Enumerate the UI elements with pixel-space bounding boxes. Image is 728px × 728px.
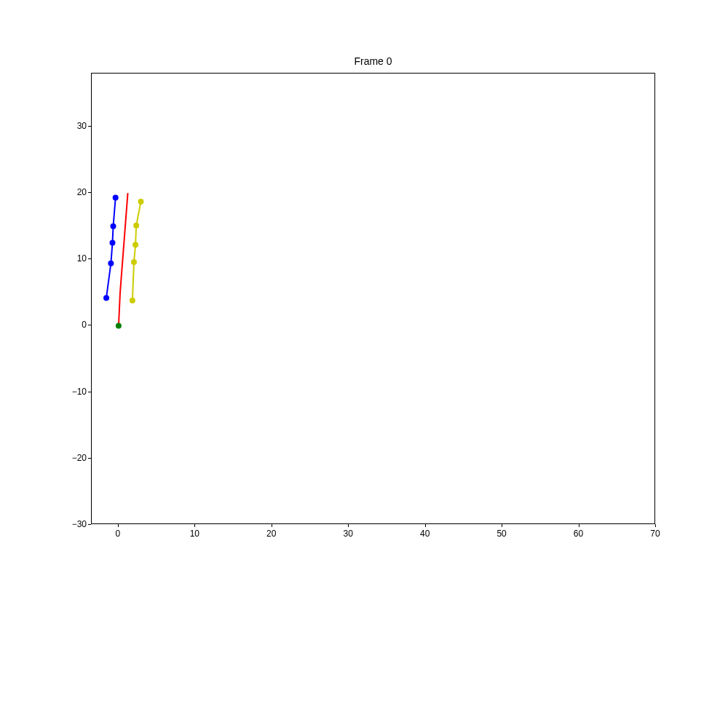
series-marker-yellow-series bbox=[130, 298, 135, 304]
chart-title: Frame 0 bbox=[91, 55, 655, 67]
x-tick bbox=[579, 524, 579, 527]
series-line-blue-series bbox=[106, 198, 116, 298]
x-tick-label: 60 bbox=[574, 529, 583, 539]
x-tick-label: 10 bbox=[190, 529, 199, 539]
x-tick-label: 0 bbox=[116, 529, 121, 539]
plot-area bbox=[91, 73, 655, 524]
series-line-red-line bbox=[119, 193, 128, 325]
series-marker-blue-series bbox=[109, 240, 115, 246]
y-tick-label: 20 bbox=[77, 187, 87, 197]
series-marker-blue-series bbox=[113, 195, 119, 201]
y-tick bbox=[88, 258, 91, 259]
series-marker-green-point bbox=[116, 323, 122, 328]
y-tick bbox=[88, 192, 91, 193]
x-tick bbox=[425, 524, 426, 527]
y-tick-label: 0 bbox=[82, 320, 87, 330]
x-tick-label: 70 bbox=[650, 529, 660, 539]
y-tick-label: 30 bbox=[77, 121, 87, 131]
x-tick-label: 50 bbox=[496, 529, 506, 539]
series-marker-yellow-series bbox=[131, 259, 137, 265]
series-marker-blue-series bbox=[103, 295, 109, 301]
chart-svg bbox=[92, 74, 656, 525]
series-marker-yellow-series bbox=[132, 242, 138, 248]
y-tick bbox=[88, 126, 91, 127]
x-tick bbox=[502, 524, 502, 527]
x-tick bbox=[348, 524, 349, 527]
series-marker-yellow-series bbox=[133, 223, 139, 229]
x-tick bbox=[118, 524, 119, 527]
x-tick bbox=[272, 524, 272, 527]
series-line-yellow-series bbox=[132, 202, 141, 301]
y-tick bbox=[88, 458, 91, 459]
y-tick bbox=[88, 325, 91, 325]
x-tick-label: 40 bbox=[420, 529, 430, 539]
series-marker-blue-series bbox=[111, 223, 116, 229]
y-tick-label: −10 bbox=[72, 387, 87, 397]
x-tick bbox=[194, 524, 195, 527]
series-marker-yellow-series bbox=[138, 199, 143, 205]
y-tick-label: −20 bbox=[72, 453, 87, 463]
x-tick bbox=[655, 524, 656, 527]
series-marker-blue-series bbox=[108, 261, 114, 266]
y-tick-label: −30 bbox=[72, 519, 87, 529]
chart-container: Frame 0 010203040506070−30−20−100102030 bbox=[91, 73, 655, 524]
y-tick bbox=[88, 524, 91, 525]
x-tick-label: 30 bbox=[344, 529, 353, 539]
x-tick-label: 20 bbox=[266, 529, 276, 539]
y-tick-label: 10 bbox=[77, 253, 87, 264]
y-tick bbox=[88, 392, 91, 392]
